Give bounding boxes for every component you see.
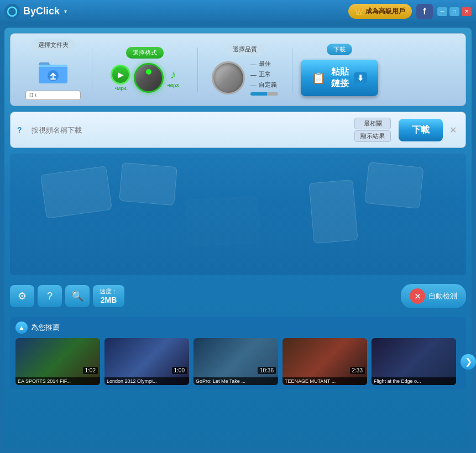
folder-icon [36,58,70,86]
dropdown-arrow-icon[interactable]: ▾ [64,8,67,14]
quality-best-option[interactable]: — 最佳 [250,60,278,68]
show-results-button[interactable]: 顯示結果 [354,130,391,142]
auto-detect-icon: ✕ [410,288,425,304]
search-download-button[interactable]: 下載 [399,119,443,141]
video-title: TEENAGE MUTANT ... [283,377,367,385]
settings-button[interactable]: ⚙ [10,285,34,307]
search-tool-button[interactable]: 🔍 [65,285,90,307]
mp4-button[interactable]: ▶ •Mp4 [111,65,130,91]
search-actions: 最相關 顯示結果 [354,118,391,142]
video-title: Flight at the Edge o... [372,377,456,385]
video-title: EA SPORTS 2014 FIF... [15,377,100,385]
recommendations-expand-icon[interactable]: ▲ [15,322,28,334]
top-panel: 選擇文件夾 D:\ 選擇格式 ▶ [10,33,466,106]
video-title: GoPro: Let Me Take ... [193,377,278,385]
paste-link-button[interactable]: 📋 粘貼鏈接 ⬇ [301,60,378,96]
video-duration: 1:02 [83,367,98,374]
quality-dial[interactable] [212,61,245,94]
quality-step-label: 選擇品質 [226,44,264,55]
deco-card-1 [40,166,112,219]
search-bar: ? 最相關 顯示結果 下載 ✕ [10,112,466,148]
clipboard-icon: 📋 [312,71,326,85]
bottom-toolbar: ⚙ ? 🔍 速度： 2MB ✕ 自動檢測 [10,281,466,312]
search-input[interactable] [32,126,350,134]
auto-detect-button[interactable]: ✕ 自動檢測 [401,284,466,308]
quality-options: — 最佳 — 正常 — 自定義 [250,60,278,96]
speed-button[interactable]: 速度： 2MB [93,285,124,307]
title-left: ByClick ▾ [4,4,67,19]
deco-card-5 [186,196,260,247]
settings-icon: ⚙ [18,290,27,302]
mp3-button[interactable]: ♪ •Mp3 [167,67,179,88]
video-thumbnail[interactable]: 10:36GoPro: Let Me Take ... [193,338,278,385]
video-thumbnail[interactable]: 1:00London 2012 Olympi... [104,338,189,385]
video-duration: 1:00 [172,367,187,374]
search-close-icon[interactable]: ✕ [447,123,459,138]
crown-icon: 👑 [355,8,363,15]
quality-normal-option[interactable]: — 正常 [250,70,278,78]
deco-card-4 [364,162,423,209]
search-help-icon[interactable]: ? [17,125,27,134]
format-step-label: 選擇格式 [126,47,164,59]
folder-step-label: 選擇文件夾 [32,39,75,51]
folder-icon-wrap[interactable] [34,55,72,88]
maximize-button[interactable]: □ [449,7,459,16]
close-button[interactable]: ✕ [462,7,472,16]
paste-arrow-icon: ⬇ [354,72,367,83]
right-tools: ✕ 自動檢測 [401,284,466,308]
video-thumbnail[interactable]: Flight at the Edge o... [372,338,456,385]
background-decorations [10,154,466,275]
recommendations-title: 為您推薦 [31,323,60,333]
video-thumbnail[interactable]: 2:33TEENAGE MUTANT ... [283,338,367,385]
video-duration: 2:33 [350,367,365,374]
folder-section: 選擇文件夾 D:\ [17,39,89,100]
window-controls: ─ □ ✕ [437,7,472,16]
video-thumbnail[interactable]: 1:02EA SPORTS 2014 FIF... [15,338,100,385]
title-right: 👑 成為高級用戶 f ─ □ ✕ [348,4,472,19]
premium-button[interactable]: 👑 成為高級用戶 [348,4,412,19]
app-title: ByClick [23,6,60,17]
search-tool-icon: 🔍 [71,290,83,302]
folder-path[interactable]: D:\ [25,91,81,100]
recommendations-videos: 1:02EA SPORTS 2014 FIF...1:00London 2012… [15,338,461,385]
left-tools: ⚙ ? 🔍 速度： 2MB [10,285,124,307]
browse-button[interactable]: 最相關 [354,118,391,129]
download-step-label: 下載 [327,44,352,55]
minimize-button[interactable]: ─ [437,7,447,16]
format-controls: ▶ •Mp4 ♪ •Mp3 [111,63,179,93]
next-videos-button[interactable]: ❯ [461,354,476,370]
recommendations-section: ▲ 為您推薦 1:02EA SPORTS 2014 FIF...1:00Lond… [10,317,466,389]
deco-card-3 [308,180,358,244]
facebook-button[interactable]: f [416,4,433,19]
title-bar: ByClick ▾ 👑 成為高級用戶 f ─ □ ✕ [0,0,476,23]
video-title: London 2012 Olympi... [104,377,189,385]
background-area [10,154,466,275]
main-content: 選擇文件夾 D:\ 選擇格式 ▶ [4,28,472,449]
quality-custom-slider[interactable] [250,92,278,96]
help-icon: ? [47,291,53,302]
logo-icon [4,4,20,19]
mp4-icon: ▶ [111,65,130,85]
quality-custom-option[interactable]: — 自定義 [250,81,278,89]
help-button[interactable]: ? [38,285,62,307]
quality-controls: — 最佳 — 正常 — 自定義 [212,60,278,96]
quality-section: 選擇品質 — 最佳 — 正常 — 自定義 [201,44,289,96]
deco-card-2 [119,162,177,206]
music-note-icon: ♪ [170,67,176,82]
format-dial[interactable] [134,63,164,93]
download-section: 下載 📋 粘貼鏈接 ⬇ [295,44,384,96]
recommendations-header: ▲ 為您推薦 [15,322,461,334]
format-section: 選擇格式 ▶ •Mp4 ♪ •Mp3 [95,47,195,93]
video-duration: 10:36 [258,367,276,374]
